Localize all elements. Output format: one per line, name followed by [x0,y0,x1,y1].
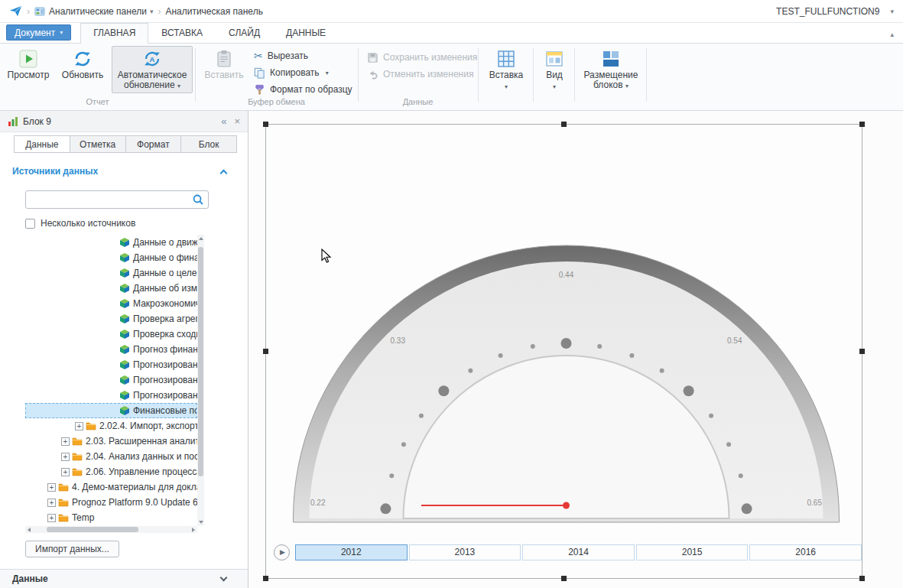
tree-item[interactable]: +Prognoz Platform 9.0 Update 6 [25,495,197,510]
panel-tab-format[interactable]: Формат [126,135,182,153]
tree-item[interactable]: Прогнозировани [25,388,197,403]
gauge-tick-label: 0.22 [310,499,326,507]
tree-horizontal-scrollbar[interactable] [25,526,197,533]
tree-item[interactable]: +2.02.4. Импорт, экспорт [25,418,197,434]
tree-item[interactable]: Данные о целев [25,265,197,281]
timeline-years: 20122013201420152016 [295,544,862,560]
expand-toggle[interactable]: + [61,453,70,461]
tree-item[interactable]: +Temp [25,510,197,525]
paste-button[interactable]: Вставить [201,46,247,80]
tree-item[interactable]: +2.06. Управление процесса [25,464,197,479]
folder-icon [58,482,69,492]
panel-tab-block[interactable]: Блок [181,135,237,153]
expand-toggle[interactable]: + [61,468,70,476]
gauge-svg: 0.220.330.440.540.65 [266,125,863,580]
layout-blocks-button[interactable]: Размещение блоков ▾ [579,46,643,91]
gauge-minor-tick [739,473,743,478]
view-button[interactable]: Вид ▾ [538,46,571,92]
multiple-sources-checkbox[interactable] [25,219,35,229]
horizontal-scroll-thumb[interactable] [47,527,138,532]
tree-item[interactable]: Проверка агрега [25,311,197,326]
ribbon-tab-home[interactable]: ГЛАВНАЯ [80,23,148,44]
data-section-header[interactable]: Данные [0,569,248,588]
collapse-panel-icon[interactable]: « [221,116,226,126]
gauge-tick-label: 0.44 [559,271,574,279]
year-button-2013[interactable]: 2013 [409,544,521,560]
auto-refresh-toggle[interactable]: A Автоматическое обновление ▾ [112,46,193,93]
tree-item[interactable]: Прогноз финанс [25,342,197,357]
format-painter-label: Формат по образцу [270,84,352,95]
tree-item[interactable]: Макроэкономич [25,296,197,311]
year-button-2012[interactable]: 2012 [295,544,408,560]
gauge-tick-label: 0.33 [391,336,406,345]
breadcrumb-caret-icon[interactable]: ▾ [150,8,154,15]
sources-section-header[interactable]: Источники данных [12,166,235,177]
tree-vertical-scrollbar[interactable] [197,235,204,526]
close-panel-icon[interactable]: × [234,116,240,126]
user-menu-label[interactable]: TEST_FULLFUNCTION9 [776,6,879,17]
timeline-play-button[interactable]: ▶ [274,544,290,560]
scroll-right-button[interactable] [190,526,197,533]
panel-tab-selection[interactable]: Отметка [70,135,126,153]
view-icon [544,49,564,69]
format-painter-button[interactable]: Формат по образцу [254,82,352,97]
tree-item[interactable]: Финансовые пок [25,403,197,418]
undo-changes-button[interactable]: Отменить изменения [367,67,473,82]
tree-item-label: Данные о движе [133,237,197,248]
search-input[interactable] [26,191,192,208]
expand-toggle[interactable]: + [47,499,56,507]
tree-item[interactable]: Проверка сходи [25,326,197,342]
user-menu-caret-icon[interactable]: ▾ [890,8,894,15]
gauge-major-tick [742,503,752,514]
insert-block-button[interactable]: Вставка ▾ [484,46,528,92]
breadcrumb-current[interactable]: Аналитическая панель [165,6,262,17]
tree-item-label: 2.06. Управление процесса [86,466,197,477]
panel-tab-data[interactable]: Данные [14,135,70,153]
expand-toggle[interactable]: + [47,483,56,492]
year-button-2015[interactable]: 2015 [636,544,749,560]
tree-item[interactable]: +4. Демо-материалы для доклад [25,479,197,495]
dashboard-canvas[interactable]: 0.220.330.440.540.65 ▶ 20122013201420152… [248,111,903,588]
preview-button[interactable]: Просмотр [5,46,52,80]
ribbon-tab-slide[interactable]: СЛАЙД [216,23,273,43]
document-menu-label: Документ [15,28,55,38]
tree-item[interactable]: +2.04. Анализ данных и пост [25,449,197,464]
gauge-minor-tick [597,344,602,349]
tree-item[interactable]: Данные об изме [25,281,197,296]
gauge-needle-pivot [563,502,570,509]
cut-button[interactable]: ✂ Вырезать [254,48,308,63]
copy-button[interactable]: Копировать ▾ [254,65,329,80]
tree-item[interactable]: +2.03. Расширенная аналити [25,434,197,449]
ribbon-tab-data[interactable]: ДАННЫЕ [273,23,339,43]
vertical-scroll-thumb[interactable] [198,247,203,476]
refresh-button[interactable]: Обновить [58,46,107,80]
tree-item[interactable]: Данные о движе [25,235,197,250]
timeline: ▶ 20122013201420152016 [274,544,862,560]
gauge-block[interactable]: 0.220.330.440.540.65 ▶ 20122013201420152… [265,124,862,579]
import-data-button[interactable]: Импорт данных... [25,541,119,557]
year-button-2016[interactable]: 2016 [749,544,862,560]
tree-item-label: Прогнозировани [133,390,197,401]
scroll-up-button[interactable] [197,235,204,242]
expand-toggle[interactable]: + [75,422,83,430]
expand-toggle[interactable]: + [61,437,70,446]
app-logo-icon[interactable] [9,5,22,18]
sources-section-label: Источники данных [12,166,98,177]
tree-item[interactable]: Данные о финан [25,250,197,265]
scroll-down-button[interactable] [197,518,204,526]
collapse-ribbon-icon[interactable]: ▴ [890,31,894,38]
ribbon-tab-insert[interactable]: ВСТАВКА [148,23,216,43]
tree-item-label: Проверка агрега [133,313,197,324]
document-menu-button[interactable]: Документ▾ [6,24,71,41]
cube-icon [119,359,130,370]
save-changes-button[interactable]: Сохранить изменения [367,50,477,65]
tree-item[interactable]: Прогнозировани [25,357,197,372]
tree-item[interactable]: Прогнозировани [25,372,197,388]
breadcrumb-panels[interactable]: Аналитические панели [49,6,147,17]
search-icon[interactable] [192,193,204,206]
tree-item-label: Данные об изме [133,283,197,294]
scroll-left-button[interactable] [25,526,33,533]
group-label-data: Данные [358,97,478,106]
expand-toggle[interactable]: + [47,514,56,522]
year-button-2014[interactable]: 2014 [522,544,635,560]
